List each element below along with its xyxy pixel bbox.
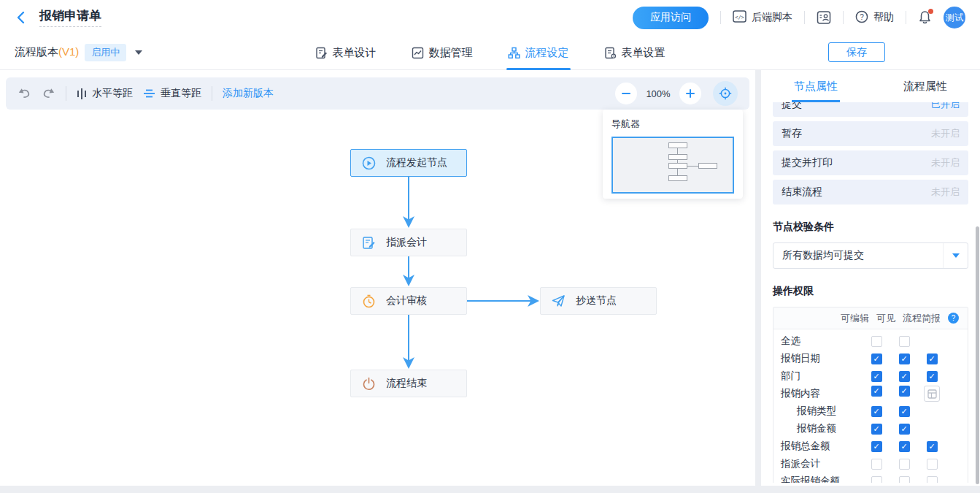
tab-form-design[interactable]: 表单设计	[314, 35, 378, 70]
main-area: 水平等距 垂直等距 添加新版本 100%	[0, 70, 980, 493]
flow-node-accountant-review[interactable]: 会计审核	[350, 287, 467, 315]
properties-panel: 节点属性 流程属性 提交 已开启 暂存 未开启 提交并打印 未开启 结束流程 未…	[761, 70, 980, 486]
checkbox-visible[interactable]	[899, 336, 910, 347]
flow-icon	[508, 47, 520, 59]
tab-node-properties[interactable]: 节点属性	[761, 70, 871, 102]
flow-canvas[interactable]: 水平等距 垂直等距 添加新版本 100%	[0, 70, 755, 486]
status-value: 未开启	[931, 156, 960, 169]
backend-script-button[interactable]: </> 后端脚本	[733, 10, 792, 25]
contacts-icon[interactable]	[817, 11, 831, 24]
permission-row: 报销类型✓✓	[773, 402, 968, 420]
checkbox-editable[interactable]: ✓	[871, 371, 882, 382]
notification-bell-icon[interactable]	[918, 10, 932, 25]
back-icon[interactable]	[15, 10, 29, 25]
checkbox-editable[interactable]: ✓	[871, 406, 882, 417]
navigator-minimap[interactable]	[611, 137, 734, 194]
form-settings-icon	[604, 47, 617, 59]
vertical-spacing-button[interactable]: 垂直等距	[143, 87, 201, 100]
code-icon: </>	[733, 10, 746, 25]
avatar[interactable]: 测试	[944, 7, 965, 28]
validation-select[interactable]: 所有数据均可提交	[773, 242, 968, 269]
checkbox-editable[interactable]: ✓	[871, 424, 882, 435]
checkbox-editable[interactable]	[871, 459, 882, 470]
checkbox-flow-report[interactable]	[927, 459, 938, 470]
flow-node-start[interactable]: 流程发起节点	[350, 149, 467, 177]
permission-field-label: 部门	[781, 370, 863, 383]
add-new-version-button[interactable]: 添加新版本	[223, 87, 274, 100]
column-header: 流程简报	[903, 312, 941, 325]
flow-node-cc[interactable]: 抄送节点	[540, 287, 657, 315]
permission-row: 报销日期✓✓✓	[773, 350, 968, 367]
undo-button[interactable]	[18, 88, 31, 99]
help-icon[interactable]: ?	[948, 313, 959, 324]
checkbox-editable[interactable]	[871, 476, 882, 484]
checkbox-flow-report[interactable]: ✓	[927, 371, 938, 382]
tab-form-settings[interactable]: 表单设置	[603, 35, 667, 70]
redo-button[interactable]	[42, 88, 55, 99]
permissions-table-header: 可编辑可见流程简报?	[773, 307, 968, 329]
svg-text:</>: </>	[735, 15, 744, 20]
checkbox-visible[interactable]: ✓	[899, 406, 910, 417]
horizontal-spacing-button[interactable]: 水平等距	[77, 87, 133, 100]
checkbox-visible[interactable]: ✓	[899, 424, 910, 435]
tab-data-management[interactable]: 数据管理	[410, 35, 474, 70]
checkbox-editable[interactable]: ✓	[871, 353, 882, 364]
save-button[interactable]: 保存	[828, 42, 885, 62]
validation-selected-value: 所有数据均可提交	[773, 249, 943, 262]
chevron-down-icon	[943, 243, 968, 268]
checkbox-visible[interactable]	[899, 476, 910, 484]
permission-field-label: 全选	[781, 335, 863, 348]
checkbox-editable[interactable]: ✓	[871, 386, 882, 397]
node-label: 流程结束	[386, 377, 427, 390]
permission-row: 全选	[773, 332, 968, 350]
action-row-end-flow[interactable]: 结束流程 未开启	[773, 180, 968, 205]
checkbox-visible[interactable]: ✓	[899, 441, 910, 452]
node-label: 会计审核	[386, 294, 427, 307]
checkbox-flow-report[interactable]: ✓	[927, 441, 938, 452]
checkbox-editable[interactable]	[871, 336, 882, 347]
permission-field-label: 报销内容	[781, 387, 863, 400]
permission-row: 报销金额✓✓	[773, 420, 968, 437]
locate-button[interactable]	[713, 81, 738, 106]
checkbox-flow-report[interactable]: ✓	[927, 353, 938, 364]
chevron-down-icon[interactable]	[135, 50, 142, 55]
permission-row: 部门✓✓✓	[773, 367, 968, 385]
divider	[843, 11, 844, 24]
zoom-out-button[interactable]	[615, 83, 637, 104]
help-button[interactable]: ? 帮助	[855, 10, 894, 26]
node-label: 指派会计	[386, 236, 427, 249]
page-title[interactable]: 报销申请单	[39, 9, 101, 27]
question-icon: ?	[855, 10, 868, 26]
checkbox-editable[interactable]: ✓	[871, 441, 882, 452]
action-row-submit[interactable]: 提交 已开启	[773, 102, 968, 117]
tab-flow-properties[interactable]: 流程属性	[871, 70, 980, 102]
permissions-table: 可编辑可见流程简报? 全选报销日期✓✓✓部门✓✓✓报销内容✓✓报销类型✓✓报销金…	[773, 307, 968, 483]
power-icon	[362, 377, 376, 391]
permission-field-label: 报销日期	[781, 352, 863, 365]
subtable-permission-icon[interactable]	[924, 386, 940, 402]
checkbox-visible[interactable]: ✓	[899, 371, 910, 382]
flow-node-assign-accountant[interactable]: 指派会计	[350, 229, 467, 256]
navigator-panel: 导航器	[603, 110, 743, 199]
permission-field-label: 实际报销金额	[781, 475, 863, 483]
zoom-in-button[interactable]	[679, 83, 701, 104]
flow-node-end[interactable]: 流程结束	[350, 370, 467, 397]
checkbox-visible[interactable]: ✓	[899, 386, 910, 397]
main-tabs: 表单设计 数据管理 流程设定 表单设置	[314, 35, 667, 70]
panel-tabs: 节点属性 流程属性	[761, 70, 980, 102]
divider	[720, 11, 721, 24]
status-value: 已开启	[931, 102, 960, 111]
checkbox-visible[interactable]	[899, 459, 910, 470]
app-access-button[interactable]: 应用访问	[633, 7, 709, 29]
divider	[906, 11, 906, 24]
permission-row: 实际报销金额	[773, 473, 968, 483]
flow-version-selector[interactable]: 流程版本(V1) 启用中	[15, 44, 142, 61]
action-row-submit-print[interactable]: 提交并打印 未开启	[773, 150, 968, 175]
tab-flow-settings[interactable]: 流程设定	[506, 35, 571, 70]
checkbox-visible[interactable]: ✓	[899, 353, 910, 364]
data-icon	[412, 47, 424, 59]
help-label: 帮助	[873, 11, 894, 24]
checkbox-flow-report[interactable]	[927, 476, 938, 484]
panel-scrollbar[interactable]	[976, 226, 979, 484]
action-row-save-draft[interactable]: 暂存 未开启	[773, 121, 968, 146]
